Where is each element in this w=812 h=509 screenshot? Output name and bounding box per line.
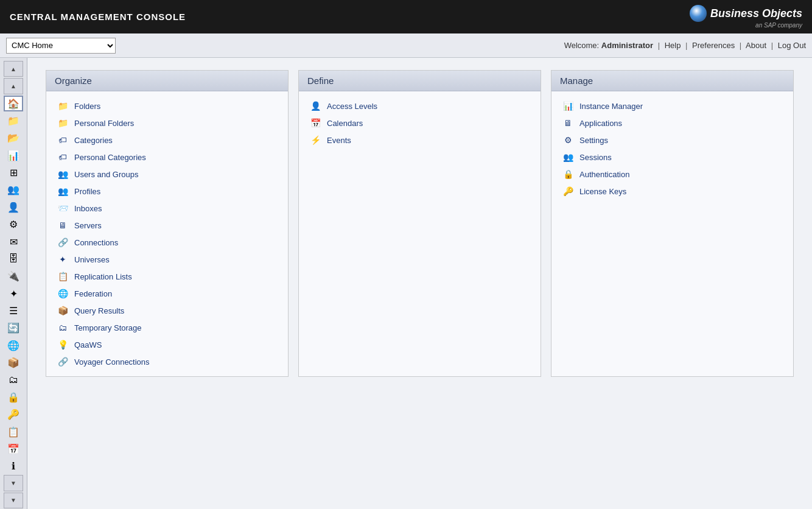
sidebar-item-sync[interactable]: 🔄 (4, 320, 23, 336)
access-levels-label: Access Levels (327, 102, 377, 111)
settings-icon: ⚙ (9, 219, 18, 230)
sidebar-item-database[interactable]: 🗄 (4, 251, 23, 267)
manage-applications-item[interactable]: 🖥 Applications (551, 114, 793, 132)
define-access-levels-item[interactable]: 👤 Access Levels (299, 97, 541, 114)
personal-categories-label: Personal Categories (74, 153, 146, 162)
organize-panel: Organize 📁 Folders 📁 Personal Folders 🏷 … (46, 70, 289, 377)
define-calendars-item[interactable]: 📅 Calendars (299, 114, 541, 132)
network-icon: 🌐 (7, 340, 19, 351)
manage-header: Manage (551, 71, 793, 91)
manage-authentication-item[interactable]: 🔒 Authentication (551, 166, 793, 183)
section-grid: Organize 📁 Folders 📁 Personal Folders 🏷 … (46, 70, 794, 377)
organize-header: Organize (46, 71, 288, 91)
categories-icon: 🏷 (56, 135, 69, 146)
main-wrap: ▲ ▲ 🏠 📁 📂 📊 ⊞ 👥 👤 ⚙ ✉ 🗄 (0, 58, 812, 509)
define-panel: Define 👤 Access Levels 📅 Calendars ⚡ Eve… (298, 70, 541, 377)
help-link[interactable]: Help (665, 41, 681, 50)
define-body: 👤 Access Levels 📅 Calendars ⚡ Events (299, 91, 541, 155)
organize-query-results-item[interactable]: 📦 Query Results (46, 302, 288, 319)
temporary-storage-label: Temporary Storage (74, 323, 142, 332)
temp-icon: 🗂 (9, 374, 18, 385)
scroll-down-bottom-button[interactable]: ▼ (4, 493, 23, 508)
sidebar-item-report[interactable]: 📋 (4, 424, 23, 440)
events-icon: ⚡ (309, 135, 322, 146)
organize-folders-item[interactable]: 📁 Folders (46, 97, 288, 114)
organize-federation-item[interactable]: 🌐 Federation (46, 285, 288, 302)
query-results-icon: 📦 (56, 305, 69, 316)
sidebar-item-chart[interactable]: 📊 (4, 147, 23, 163)
sidebar-item-grid[interactable]: ⊞ (4, 164, 23, 180)
sidebar-item-calendar[interactable]: 📅 (4, 441, 23, 457)
sidebar-item-mail[interactable]: ✉ (4, 234, 23, 250)
lock-icon: 🔒 (7, 391, 19, 403)
about-link[interactable]: About (746, 41, 766, 50)
sidebar-item-users[interactable]: 👥 (4, 182, 23, 198)
organize-personal-folders-item[interactable]: 📁 Personal Folders (46, 114, 288, 132)
organize-users-groups-item[interactable]: 👥 Users and Groups (46, 166, 288, 183)
sidebar-item-list[interactable]: ☰ (4, 303, 23, 318)
organize-qaaws-item[interactable]: 💡 QaaWS (46, 336, 288, 353)
connections-icon: 🔗 (56, 237, 69, 248)
person-icon: 👤 (7, 202, 19, 213)
scroll-up-button[interactable]: ▲ (4, 78, 23, 94)
home-icon: 🏠 (7, 98, 19, 110)
organize-servers-item[interactable]: 🖥 Servers (46, 217, 288, 234)
organize-voyager-connections-item[interactable]: 🔗 Voyager Connections (46, 353, 288, 370)
nav-dropdown-wrap: CMC Home (6, 38, 116, 54)
qaaws-icon: 💡 (56, 339, 69, 350)
sidebar-item-folder[interactable]: 📁 (4, 113, 23, 128)
manage-settings-icon: ⚙ (561, 135, 575, 146)
logo-name: Business Objects (710, 7, 802, 20)
info-icon: ℹ (12, 460, 15, 472)
manage-settings-item[interactable]: ⚙ Settings (551, 132, 793, 149)
sidebar-item-settings[interactable]: ⚙ (4, 217, 23, 233)
manage-sessions-item[interactable]: 👥 Sessions (551, 149, 793, 166)
sidebar-item-key[interactable]: 🔑 (4, 407, 23, 423)
organize-connections-item[interactable]: 🔗 Connections (46, 234, 288, 251)
applications-label: Applications (579, 119, 622, 128)
admin-name: Administrator (601, 41, 653, 50)
authentication-label: Authentication (579, 170, 629, 179)
sidebar-item-folder2[interactable]: 📂 (4, 130, 23, 146)
organize-universes-item[interactable]: ✦ Universes (46, 251, 288, 268)
users-groups-icon: 👥 (56, 169, 69, 180)
connections-label: Connections (74, 238, 118, 247)
sidebar-item-info[interactable]: ℹ (4, 458, 23, 474)
box-icon: 📦 (7, 357, 19, 368)
sidebar-item-plugin[interactable]: 🔌 (4, 269, 23, 284)
sidebar-item-person[interactable]: 👤 (4, 199, 23, 215)
sidebar-item-home[interactable]: 🏠 (4, 96, 23, 112)
universes-label: Universes (74, 255, 110, 264)
scroll-up-top-button[interactable]: ▲ (4, 61, 23, 77)
organize-categories-item[interactable]: 🏷 Categories (46, 132, 288, 149)
cmc-home-dropdown[interactable]: CMC Home (6, 38, 116, 54)
organize-profiles-item[interactable]: 👥 Profiles (46, 183, 288, 200)
logo: Business Objects an SAP company (690, 5, 802, 29)
sidebar-item-network[interactable]: 🌐 (4, 337, 23, 353)
organize-personal-categories-item[interactable]: 🏷 Personal Categories (46, 149, 288, 166)
access-levels-icon: 👤 (309, 100, 322, 111)
sidebar-item-lock[interactable]: 🔒 (4, 389, 23, 405)
calendars-label: Calendars (327, 119, 363, 128)
applications-icon: 🖥 (561, 118, 575, 128)
organize-body: 📁 Folders 📁 Personal Folders 🏷 Categorie… (46, 91, 288, 376)
manage-instance-manager-item[interactable]: 📊 Instance Manager (551, 97, 793, 114)
sidebar-item-star[interactable]: ✦ (4, 286, 23, 301)
federation-label: Federation (74, 289, 112, 298)
organize-temporary-storage-item[interactable]: 🗂 Temporary Storage (46, 319, 288, 336)
organize-inboxes-item[interactable]: 📨 Inboxes (46, 200, 288, 217)
define-events-item[interactable]: ⚡ Events (299, 132, 541, 149)
report-icon: 📋 (7, 426, 19, 438)
events-label: Events (327, 136, 351, 145)
logout-link[interactable]: Log Out (778, 41, 806, 50)
universes-icon: ✦ (56, 254, 69, 265)
license-keys-label: License Keys (579, 187, 626, 196)
preferences-link[interactable]: Preferences (692, 41, 735, 50)
sidebar-item-box[interactable]: 📦 (4, 355, 23, 371)
organize-replication-lists-item[interactable]: 📋 Replication Lists (46, 268, 288, 285)
folder-icon: 📁 (7, 115, 19, 127)
manage-panel: Manage 📊 Instance Manager 🖥 Applications… (551, 70, 794, 377)
sidebar-item-temp[interactable]: 🗂 (4, 372, 23, 388)
scroll-down-button[interactable]: ▼ (4, 475, 23, 491)
manage-license-keys-item[interactable]: 🔑 License Keys (551, 183, 793, 200)
